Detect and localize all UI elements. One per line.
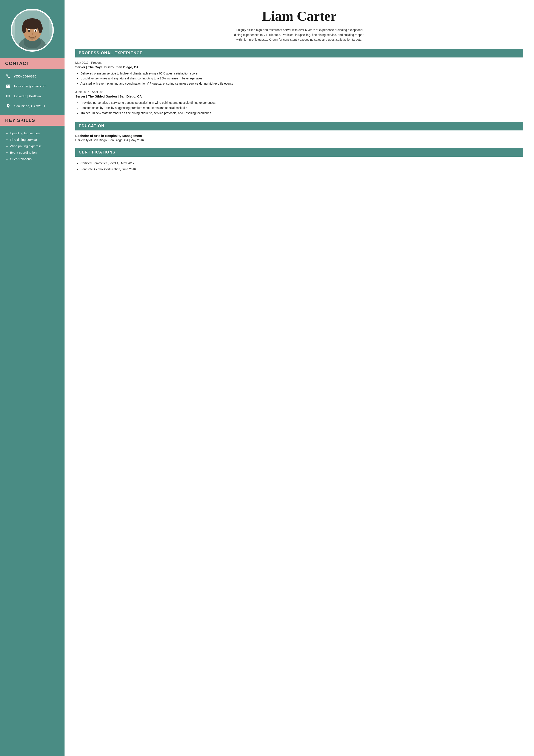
skills-block: Upselling techniques Fine dining service… [0, 126, 64, 164]
job-2-title: Server | The Gilded Garden | San Diego, … [75, 94, 523, 98]
svg-point-11 [35, 30, 36, 32]
job-1-bullets: Delivered premium service to high-end cl… [75, 71, 523, 86]
candidate-name: Liam Carter [75, 9, 523, 24]
skill-item: Event coordination [10, 149, 59, 156]
summary-text: A highly skilled high-end restaurant ser… [233, 28, 366, 42]
phone-icon [5, 73, 11, 79]
link-text: LinkedIn | Portfolio [14, 94, 41, 98]
job-1-bullet-3: Assisted with event planning and coordin… [80, 81, 523, 86]
contact-link: LinkedIn | Portfolio [5, 93, 59, 99]
email-icon [5, 83, 11, 89]
job-1-bullet-2: Upsold luxury wines and signature dishes… [80, 76, 523, 81]
edu-school: University of San Diego, San Diego, CA |… [75, 138, 523, 142]
contact-phone: (555) 654-9870 [5, 73, 59, 79]
cert-1: Certified Sommelier (Level 1), May 2017 [80, 160, 523, 166]
contact-label: CONTACT [0, 58, 64, 69]
link-icon [5, 93, 11, 99]
job-2-bullet-3: Trained 10 new staff members on fine din… [80, 111, 523, 116]
job-1-date: May 2019 - Present [75, 61, 523, 64]
contact-email: liamcarter@email.com [5, 83, 59, 89]
svg-point-10 [28, 30, 30, 32]
resume-header: Liam Carter A highly skilled high-end re… [75, 9, 523, 42]
avatar [11, 9, 54, 52]
skills-list: Upselling techniques Fine dining service… [5, 130, 59, 162]
job-1: May 2019 - Present Server | The Royal Bi… [75, 61, 523, 86]
phone-text: (555) 654-9870 [14, 74, 36, 78]
sidebar: CONTACT (555) 654-9870 liamcarter@email.… [0, 0, 64, 756]
experience-section-header: PROFESSIONAL EXPERIENCE [75, 49, 523, 58]
email-text: liamcarter@email.com [14, 84, 46, 88]
contact-block: (555) 654-9870 liamcarter@email.com Link… [0, 69, 64, 115]
certifications-section-header: CERTIFICATIONS [75, 148, 523, 157]
job-2-bullet-1: Provided personalized service to guests,… [80, 100, 523, 105]
certifications-list: Certified Sommelier (Level 1), May 2017 … [75, 160, 523, 172]
avatar-image [12, 10, 52, 50]
location-icon [5, 103, 11, 109]
main-content: Liam Carter A highly skilled high-end re… [64, 0, 534, 756]
location-text: San Diego, CA 92101 [14, 104, 45, 108]
skill-item: Upselling techniques [10, 130, 59, 136]
education-section-header: EDUCATION [75, 122, 523, 130]
job-2-bullet-2: Boosted sales by 18% by suggesting premi… [80, 105, 523, 111]
cert-2: ServSafe Alcohol Certification, June 201… [80, 166, 523, 172]
edu-degree: Bachelor of Arts in Hospitality Manageme… [75, 134, 523, 138]
job-2: June 2016 - April 2019 Server | The Gild… [75, 90, 523, 116]
svg-point-6 [22, 24, 26, 33]
skill-item: Guest relations [10, 156, 59, 162]
skill-item: Wine pairing expertise [10, 143, 59, 149]
job-1-bullet-1: Delivered premium service to high-end cl… [80, 71, 523, 76]
contact-location: San Diego, CA 92101 [5, 103, 59, 109]
job-1-title: Server | The Royal Bistro | San Diego, C… [75, 65, 523, 69]
education-block: Bachelor of Arts in Hospitality Manageme… [75, 134, 523, 142]
job-2-bullets: Provided personalized service to guests,… [75, 100, 523, 116]
skill-item: Fine dining service [10, 136, 59, 143]
job-2-date: June 2016 - April 2019 [75, 90, 523, 94]
skills-label: KEY SKILLS [0, 115, 64, 126]
svg-point-7 [38, 24, 42, 33]
